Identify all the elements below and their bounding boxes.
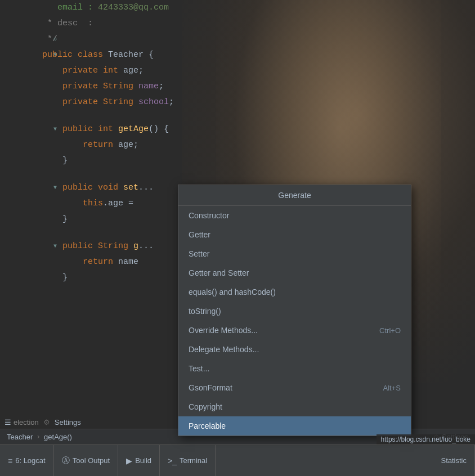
code-content: public class Teacher {	[31, 47, 154, 63]
menu-item-getter-setter[interactable]: Getter and Setter	[178, 263, 411, 282]
statistic-label: Statistic	[441, 456, 467, 465]
fold-arrow[interactable]: ▼	[51, 180, 59, 196]
menu-item-delegate-methods[interactable]: Delegate Methods...	[178, 340, 411, 359]
logcat-icon: ≡	[8, 456, 12, 465]
logcat-label: 6: Logcat	[15, 456, 46, 465]
menu-item-setter[interactable]: Setter	[178, 244, 411, 263]
code-line	[31, 169, 475, 180]
fold-arrow[interactable]: ▼	[51, 122, 59, 137]
code-line: return age;	[31, 137, 475, 153]
url-bar: https://blog.csdn.net/luo_boke	[377, 434, 475, 444]
menu-item-copyright[interactable]: Copyright	[178, 397, 411, 416]
code-line: private String school;	[31, 95, 475, 110]
comment-text: * desc :	[42, 19, 93, 28]
code-line: * desc :	[31, 16, 475, 32]
menu-item-getter[interactable]: Getter	[178, 225, 411, 244]
menu-item-parcelable[interactable]: Parcelable	[178, 416, 411, 435]
context-menu-title: Generate	[178, 185, 411, 206]
code-content: email : 4243333@qq.com	[31, 0, 169, 16]
logcat-button[interactable]: ≡ 6: Logcat	[0, 445, 54, 476]
menu-item-constructor[interactable]: Constructor	[178, 206, 411, 225]
code-line: private String name;	[31, 79, 475, 95]
settings-text[interactable]: Settings	[55, 418, 81, 426]
url-text: https://blog.csdn.net/luo_boke	[381, 435, 470, 443]
code-line: ▼ public int getAge() {	[31, 122, 475, 137]
selection-label: election	[14, 418, 39, 426]
code-line: email : 4243333@qq.com	[31, 0, 475, 16]
terminal-label: Terminal	[180, 456, 207, 465]
breadcrumb-method[interactable]: getAge()	[44, 433, 72, 441]
code-line: ▼ public class Teacher {	[31, 47, 475, 63]
code-content: * desc :	[31, 16, 93, 32]
statistic-button[interactable]: Statistic	[433, 445, 475, 476]
fold-arrow[interactable]: ▼	[51, 239, 59, 254]
menu-item-test[interactable]: Test...	[178, 359, 411, 378]
menu-item-tostring[interactable]: toString()	[178, 302, 411, 321]
bottom-bar: ≡ 6: Logcat Ⓐ Tool Output ▶ Build >_ Ter…	[0, 444, 475, 476]
context-menu: Generate Constructor Getter Setter Gette…	[178, 185, 411, 436]
code-editor: email : 4243333@qq.com * desc : ◇ */ ▼ p…	[0, 0, 475, 476]
comment-text: email : 4243333@qq.com	[42, 3, 169, 12]
code-content: private String name;	[31, 79, 164, 95]
menu-item-gsonformat[interactable]: GsonFormat Alt+S	[178, 378, 411, 397]
code-line	[31, 110, 475, 122]
code-content: private String school;	[31, 95, 174, 110]
code-content: return name	[31, 254, 138, 270]
code-content: private int age;	[31, 63, 144, 79]
build-icon: ▶	[126, 456, 132, 465]
terminal-button[interactable]: >_ Terminal	[160, 445, 216, 476]
code-line: }	[31, 153, 475, 169]
tool-output-button[interactable]: Ⓐ Tool Output	[54, 445, 119, 476]
menu-item-equals-hashcode[interactable]: equals() and hashCode()	[178, 282, 411, 302]
code-content: public void set...	[31, 180, 154, 196]
fold-arrow[interactable]: ▼	[51, 47, 59, 63]
tool-output-label: Tool Output	[73, 456, 110, 465]
build-button[interactable]: ▶ Build	[118, 445, 160, 476]
breadcrumb-class[interactable]: Teacher	[7, 433, 33, 441]
breadcrumb-separator2: ⚙	[43, 418, 50, 426]
code-content: return age;	[31, 137, 138, 153]
code-content: }	[31, 153, 68, 169]
fold-arrow[interactable]: ◇	[51, 32, 59, 47]
terminal-icon: >_	[168, 456, 177, 465]
code-content: }	[31, 270, 68, 286]
code-line: private int age;	[31, 63, 475, 79]
selection-icon: ☰	[5, 418, 11, 426]
code-line: ◇ */	[31, 32, 475, 47]
code-content: public String g...	[31, 239, 154, 254]
tool-output-icon: Ⓐ	[62, 456, 70, 466]
code-content: }	[31, 212, 68, 227]
build-label: Build	[135, 456, 151, 465]
breadcrumb-separator: ›	[36, 433, 41, 441]
menu-item-override-methods[interactable]: Override Methods... Ctrl+O	[178, 321, 411, 340]
code-content: this.age =	[31, 196, 133, 212]
